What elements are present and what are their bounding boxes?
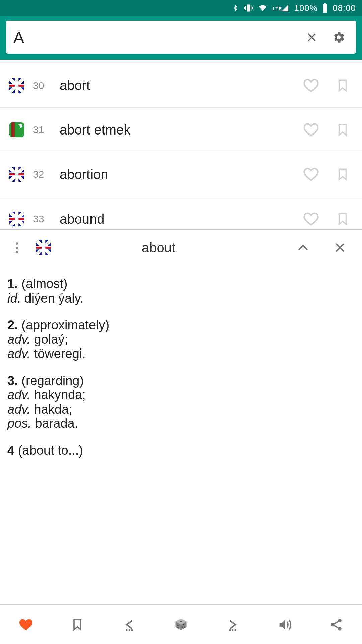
bookmark-icon: [71, 617, 84, 632]
random-word-button[interactable]: [155, 605, 207, 644]
wifi-icon: [258, 4, 268, 12]
word-index: 31: [33, 124, 56, 136]
clock: 08:00: [333, 3, 356, 13]
detail-headword: about: [24, 240, 293, 255]
lang-flag: [9, 167, 24, 182]
arrow-right-icon: [225, 616, 241, 633]
close-detail-button[interactable]: [330, 237, 350, 258]
sense-number: 3.: [7, 374, 18, 388]
part-of-speech: id.: [7, 291, 21, 305]
svg-point-7: [177, 627, 179, 628]
favorite-button[interactable]: [301, 209, 321, 229]
chevron-up-icon: [297, 241, 309, 254]
word-text: abound: [60, 212, 301, 227]
bookmark-button[interactable]: [333, 75, 353, 96]
svg-point-10: [181, 626, 183, 628]
app-header: [0, 16, 362, 60]
word-index: 30: [33, 80, 56, 91]
part-of-speech: adv.: [7, 332, 31, 346]
translation-text: diýen ýaly.: [21, 291, 83, 305]
sense-block: 3. (regarding)adv. hakynda;adv. hakda;po…: [7, 374, 355, 431]
speaker-icon: [277, 617, 292, 632]
vibrate-icon: [244, 3, 253, 13]
translation-line: adv. golaý;: [7, 332, 355, 347]
word-row[interactable]: 31 abort etmek: [0, 108, 362, 152]
translation-text: golaý;: [31, 332, 68, 346]
settings-button[interactable]: [328, 27, 349, 47]
sense-number: 4: [7, 443, 14, 458]
part-of-speech: adv.: [7, 388, 31, 402]
close-icon: [305, 31, 318, 44]
svg-point-3: [128, 629, 130, 631]
sense-gloss: (approximately): [21, 318, 109, 332]
favorite-button[interactable]: [301, 75, 321, 96]
word-text: abortion: [60, 167, 301, 182]
bookmark-button[interactable]: [333, 164, 353, 184]
sense-gloss: (regarding): [21, 374, 84, 388]
svg-point-16: [338, 627, 342, 631]
word-text: abort etmek: [60, 122, 301, 138]
bookmarks-tab[interactable]: [52, 605, 103, 644]
bookmark-icon: [336, 121, 350, 139]
bookmark-button[interactable]: [333, 209, 353, 229]
search-box: [6, 21, 356, 54]
sense-gloss: (about to...): [18, 443, 83, 458]
translation-line: adv. hakda;: [7, 402, 355, 417]
bookmark-icon: [336, 165, 350, 183]
translation-line: id. diýen ýaly.: [7, 291, 355, 306]
collapse-detail-button[interactable]: [293, 237, 313, 258]
word-index: 33: [33, 213, 56, 225]
sense-block: 4 (about to...): [7, 443, 355, 458]
word-index: 32: [33, 169, 56, 180]
pronounce-button[interactable]: [258, 605, 310, 644]
bluetooth-icon: [232, 3, 239, 13]
word-row[interactable]: 30 abort: [0, 63, 362, 108]
share-button[interactable]: [310, 605, 362, 644]
svg-point-13: [235, 629, 236, 631]
svg-point-2: [126, 629, 127, 631]
gear-icon: [331, 30, 346, 44]
svg-point-12: [232, 629, 234, 631]
more-options-button[interactable]: [10, 237, 23, 258]
arrow-left-icon: [121, 616, 137, 633]
svg-point-5: [180, 620, 182, 622]
bookmark-icon: [336, 76, 350, 95]
word-row[interactable]: 32 abortion: [0, 152, 362, 197]
word-text: abort: [60, 78, 301, 93]
cell-signal-icon: LTE: [273, 4, 289, 12]
battery-icon: [322, 3, 328, 13]
battery-percent: 100%: [294, 3, 318, 13]
translation-text: hakda;: [31, 402, 72, 416]
lang-flag: [9, 78, 24, 93]
sense-gloss: (almost): [21, 277, 67, 291]
detail-header: about: [0, 230, 362, 265]
heart-icon: [18, 617, 33, 632]
bookmark-button[interactable]: [333, 120, 353, 140]
part-of-speech: adv.: [7, 346, 31, 361]
bookmark-icon: [336, 210, 350, 228]
history-back-button[interactable]: [104, 605, 155, 644]
favorite-button[interactable]: [301, 164, 321, 184]
lang-flag: [9, 122, 24, 137]
search-input[interactable]: [13, 28, 302, 47]
svg-point-6: [177, 624, 179, 626]
translation-line: adv. hakynda;: [7, 388, 355, 402]
favorites-tab[interactable]: [0, 605, 52, 644]
detail-lang-flag: [36, 240, 51, 255]
share-icon: [329, 618, 343, 632]
bottom-toolbar: [0, 604, 362, 644]
clear-search-button[interactable]: [302, 27, 322, 47]
lang-flag: [9, 212, 24, 226]
translation-text: hakynda;: [31, 388, 86, 402]
favorite-button[interactable]: [301, 120, 321, 140]
heart-icon: [302, 121, 320, 139]
detail-body: 1. (almost)id. diýen ýaly.2. (approximat…: [0, 265, 362, 604]
svg-point-14: [338, 619, 342, 622]
heart-icon: [302, 166, 320, 183]
history-forward-button[interactable]: [207, 605, 258, 644]
svg-point-4: [131, 629, 133, 631]
heart-icon: [302, 77, 320, 94]
svg-point-8: [183, 624, 184, 625]
dice-icon: [174, 617, 188, 632]
sense-number: 2.: [7, 318, 18, 332]
